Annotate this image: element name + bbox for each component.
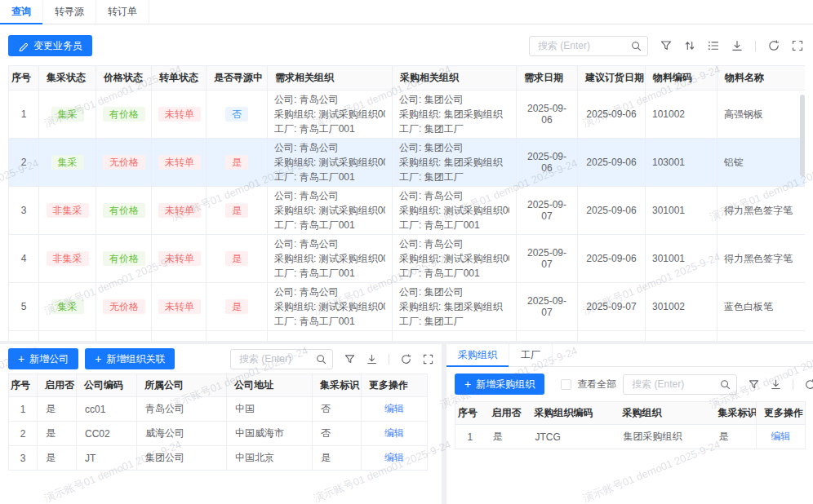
cell-demand_date: 2025-09-07 <box>517 235 578 283</box>
edit-link[interactable]: 编辑 <box>384 452 404 463</box>
table-row[interactable]: 2是CC02威海公司中国威海市否编辑 <box>9 422 428 446</box>
org-line: 工厂: 青岛工厂001 <box>274 314 385 329</box>
search-icon[interactable] <box>720 379 731 390</box>
cell-demand_date: 2025-09-07 <box>517 283 578 331</box>
refresh-icon[interactable] <box>805 379 813 390</box>
fullscreen-icon[interactable] <box>423 354 433 365</box>
cell-empty <box>39 331 96 342</box>
plus-icon: + <box>95 353 101 365</box>
view-all-checkbox[interactable] <box>561 379 571 390</box>
table-row[interactable]: 2集采无价格未转单是公司: 青岛公司采购组织: 测试采购组织001工厂: 青岛工… <box>9 139 806 187</box>
company-table-tools <box>230 349 433 369</box>
filter-icon[interactable] <box>660 40 672 51</box>
fullscreen-icon[interactable] <box>792 40 803 51</box>
cell-address: 中国 <box>227 397 313 422</box>
cell-seq: 1 <box>455 425 485 449</box>
cell-company: 集团公司 <box>137 446 227 471</box>
download-icon[interactable] <box>731 40 743 51</box>
column-header: 采购相关组织 <box>393 66 517 91</box>
cell-central_flag: 是 <box>711 425 757 449</box>
cell-enabled: 是 <box>38 397 77 422</box>
cell-purchase_org: 公司: 集团公司采购组织: 集团采购组织工厂: 集团工厂 <box>393 91 517 139</box>
table-row[interactable]: 5集采无价格未转单是公司: 青岛公司采购组织: 测试采购组织001工厂: 青岛工… <box>9 283 806 331</box>
org-line: 公司: 集团公司 <box>399 140 509 155</box>
edit-link[interactable]: 编辑 <box>771 431 791 442</box>
cell-transfer: 未转单 <box>152 283 207 331</box>
edit-link[interactable]: 编辑 <box>384 427 404 439</box>
cell-transfer: 未转单 <box>152 235 207 283</box>
cell-actions: 编辑 <box>757 425 806 449</box>
status-badge: 集采 <box>51 299 84 314</box>
cell-transfer: 未转单 <box>152 187 207 235</box>
bottom-section: + 新增公司 + 新增组织关联 <box>0 341 813 504</box>
search-icon[interactable] <box>631 41 642 51</box>
cell-material_code: 103001 <box>646 139 717 187</box>
cell-jicai: 集采 <box>39 91 96 139</box>
column-header: 建议订货日期 <box>578 66 646 91</box>
table-row[interactable]: 4非集采有价格未转单是公司: 青岛公司采购组织: 测试采购组织001工厂: 青岛… <box>9 235 806 283</box>
refresh-icon[interactable] <box>768 40 780 51</box>
cell-central_flag: 是 <box>313 446 362 471</box>
pen-icon <box>18 41 29 51</box>
cell-price: 无价格 <box>96 283 152 331</box>
filter-icon[interactable] <box>344 354 355 365</box>
edit-link[interactable]: 编辑 <box>384 403 404 414</box>
change-salesman-button[interactable]: 变更业务员 <box>8 35 92 56</box>
column-header: 转单状态 <box>152 66 207 91</box>
cell-jicai: 非集采 <box>39 235 96 283</box>
status-badge: 未转单 <box>158 203 201 218</box>
cell-org: 集团采购组织 <box>615 425 711 449</box>
cell-sourcing: 是 <box>207 235 268 283</box>
cell-seq: 5 <box>9 283 39 331</box>
table-row[interactable] <box>9 331 806 342</box>
org-line: 公司: 青岛公司 <box>274 237 385 251</box>
cell-empty <box>268 331 393 342</box>
cell-material_code: 101002 <box>646 91 717 139</box>
tab-to-sourcing[interactable]: 转寻源 <box>43 0 96 24</box>
cell-actions: 编辑 <box>362 446 428 471</box>
table-row[interactable]: 1是cc01青岛公司中国否编辑 <box>9 397 428 422</box>
cell-price: 有价格 <box>96 91 152 139</box>
tab-to-order[interactable]: 转订单 <box>96 0 149 24</box>
org-line: 工厂: 青岛工厂001 <box>274 170 385 184</box>
filter-icon[interactable] <box>749 379 759 390</box>
query-panel: 查询 转寻源 转订单 变更业务员 <box>0 0 813 341</box>
tab-factory[interactable]: 工厂 <box>509 344 553 366</box>
org-line: 工厂: 青岛工厂001 <box>399 266 509 281</box>
demand-table-wrap: 序号集采状态价格状态转单状态是否寻源中需求相关组织采购相关组织需求日期建议订货日… <box>8 65 805 341</box>
tab-purchase-org[interactable]: 采购组织 <box>446 344 509 366</box>
org-line: 采购组织: 集团采购组织 <box>399 155 509 170</box>
org-line: 公司: 青岛公司 <box>274 92 385 107</box>
plus-icon: + <box>18 353 24 365</box>
column-header: 更多操作 <box>757 402 806 425</box>
table-row[interactable]: 1集采有价格未转单否公司: 青岛公司采购组织: 测试采购组织001工厂: 青岛工… <box>9 91 806 139</box>
cell-material_name: 得力黑色签字笔 <box>717 187 806 235</box>
download-icon[interactable] <box>367 354 377 365</box>
vertical-scrollbar[interactable] <box>800 95 805 176</box>
cell-purchase_org: 公司: 青岛公司采购组织: 测试采购组织001工厂: 青岛工厂001 <box>393 235 517 283</box>
add-company-button[interactable]: + 新增公司 <box>8 348 78 369</box>
column-header: 序号 <box>9 374 38 397</box>
org-line: 公司: 青岛公司 <box>399 188 509 203</box>
table-row[interactable]: 1是JTCG集团采购组织是编辑 <box>455 425 806 449</box>
org-line: 工厂: 集团工厂 <box>399 314 509 329</box>
download-icon[interactable] <box>771 379 781 390</box>
org-line: 工厂: 集团工厂 <box>399 122 509 136</box>
list-view-icon[interactable] <box>708 40 719 51</box>
column-header: 需求日期 <box>517 66 578 91</box>
add-org-link-button[interactable]: + 新增组织关联 <box>85 348 175 369</box>
table-row[interactable]: 3非集采有价格未转单是公司: 青岛公司采购组织: 测试采购组织001工厂: 青岛… <box>9 187 806 235</box>
status-badge: 是 <box>225 251 248 266</box>
refresh-icon[interactable] <box>401 354 411 365</box>
sort-icon[interactable] <box>684 40 695 51</box>
add-purchase-org-button[interactable]: + 新增采购组织 <box>455 374 544 395</box>
table-row[interactable]: 3是JT集团公司中国北京是编辑 <box>9 446 428 471</box>
org-line: 公司: 青岛公司 <box>399 237 509 251</box>
org-line: 公司: 集团公司 <box>399 92 509 107</box>
cell-code: cc01 <box>77 397 137 422</box>
cell-empty <box>393 331 517 342</box>
cell-suggest_date: 2025-09-07 <box>578 283 646 331</box>
tab-query[interactable]: 查询 <box>0 0 43 24</box>
search-icon[interactable] <box>316 354 327 365</box>
org-line: 采购组织: 测试采购组织001 <box>274 203 385 218</box>
